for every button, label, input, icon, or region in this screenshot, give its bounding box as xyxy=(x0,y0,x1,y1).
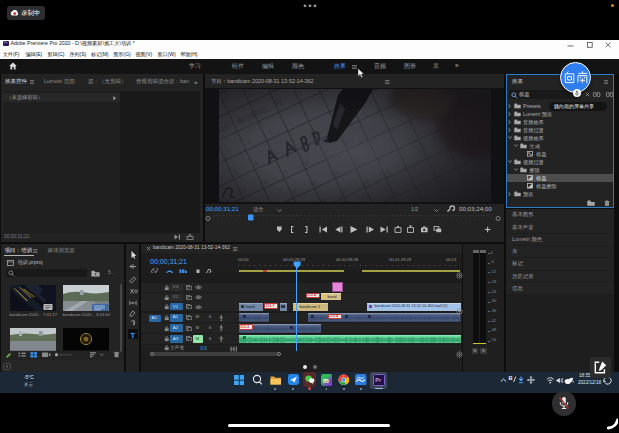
svg-text:T: T xyxy=(130,330,135,339)
svg-text:m: m xyxy=(323,376,329,383)
